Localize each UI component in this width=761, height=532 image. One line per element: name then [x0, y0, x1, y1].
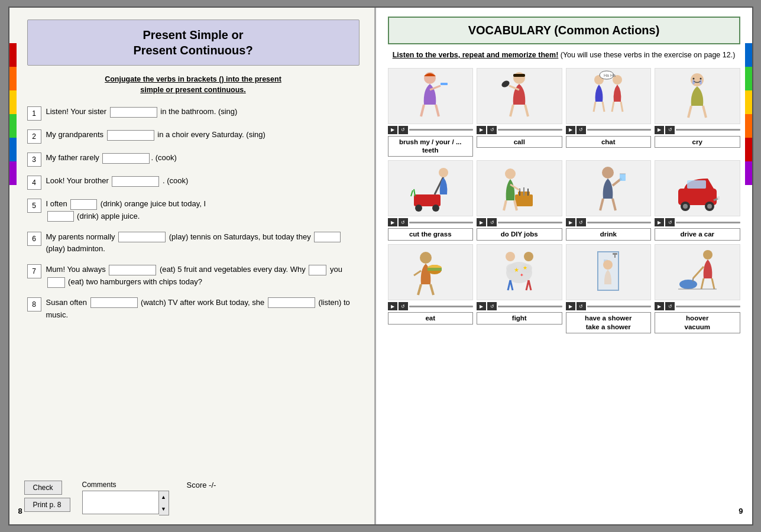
blank-7-1[interactable] — [109, 265, 156, 275]
check-button[interactable]: Check — [24, 481, 62, 495]
vocab-label-diy: do DIY jobs — [477, 228, 562, 241]
scroll-up-arrow[interactable]: ▲ — [159, 491, 169, 503]
color-tab-red-left[interactable] — [9, 43, 17, 67]
svg-point-30 — [439, 168, 448, 177]
color-tab-purple-left[interactable] — [9, 161, 17, 185]
play-btn-8[interactable]: ▶ — [655, 218, 664, 226]
replay-btn-10[interactable]: ↺ — [487, 302, 497, 310]
right-page: VOCABULARY (Common Actions) Listen to th… — [376, 8, 752, 524]
scroll-down-arrow[interactable]: ▼ — [159, 503, 169, 515]
color-tab-green-left[interactable] — [9, 114, 17, 138]
blank-4-1[interactable] — [112, 176, 159, 187]
svg-rect-10 — [513, 74, 525, 77]
color-tab-blue-left[interactable] — [9, 138, 17, 161]
svg-point-52 — [683, 204, 688, 209]
replay-btn-8[interactable]: ↺ — [665, 218, 675, 226]
replay-btn-5[interactable]: ↺ — [399, 218, 408, 226]
ex-text-8: Susan often (watch) TV after work But to… — [46, 297, 360, 322]
progress-11 — [587, 306, 652, 307]
blank-2-1[interactable] — [107, 130, 154, 141]
play-btn-1[interactable]: ▶ — [388, 126, 397, 134]
svg-point-9 — [500, 79, 510, 89]
play-btn-4[interactable]: ▶ — [655, 126, 664, 134]
right-page-title: VOCABULARY (Common Actions) — [395, 24, 733, 37]
play-btn-9[interactable]: ▶ — [388, 302, 397, 310]
vocab-label-drink: drink — [566, 228, 652, 241]
svg-rect-4 — [441, 83, 448, 85]
instruction-bold: Listen to the verbs, repeat and memorize… — [393, 51, 559, 59]
replay-btn-4[interactable]: ↺ — [665, 126, 675, 134]
svg-line-60 — [414, 271, 421, 275]
blank-6-1[interactable] — [118, 232, 166, 242]
vocab-image-fight: ★ ✦ ★ — [477, 244, 562, 300]
svg-line-6 — [510, 105, 513, 116]
svg-line-1 — [421, 105, 424, 116]
color-tab-yellow-left[interactable] — [9, 90, 17, 114]
blank-8-1[interactable] — [90, 297, 138, 308]
exercise-7: 7 Mum! You always (eat) 5 fruit and vege… — [27, 264, 360, 288]
svg-line-13 — [594, 102, 595, 112]
blank-5-2[interactable] — [47, 211, 74, 222]
play-btn-6[interactable]: ▶ — [477, 218, 486, 226]
svg-line-14 — [603, 102, 604, 112]
play-btn-10[interactable]: ▶ — [477, 302, 486, 310]
audio-controls-4: ▶ ↺ — [655, 126, 740, 134]
play-btn-12[interactable]: ▶ — [655, 302, 664, 310]
replay-btn-9[interactable]: ↺ — [399, 302, 408, 310]
vocab-image-chat: Ha Ha — [566, 68, 652, 124]
blank-1-1[interactable] — [110, 107, 157, 118]
page-number-left: 8 — [18, 507, 22, 515]
comments-box: ▲ ▼ — [82, 491, 169, 515]
blank-8-2[interactable] — [268, 297, 315, 308]
play-btn-7[interactable]: ▶ — [566, 218, 575, 226]
color-tab-orange-right[interactable] — [745, 114, 752, 138]
replay-btn-1[interactable]: ↺ — [399, 126, 408, 134]
blank-7-3[interactable] — [47, 277, 65, 288]
audio-controls-6: ▶ ↺ — [477, 218, 562, 226]
replay-btn-3[interactable]: ↺ — [577, 126, 586, 134]
exercise-6: 6 My parents normally (play) tennis on S… — [27, 231, 360, 256]
replay-btn-11[interactable]: ↺ — [577, 302, 586, 310]
color-tab-blue-right[interactable] — [745, 43, 752, 67]
color-tabs-left — [9, 43, 17, 185]
svg-point-86 — [679, 280, 697, 289]
replay-btn-6[interactable]: ↺ — [487, 218, 497, 226]
svg-point-19 — [691, 73, 704, 86]
color-tab-green-right[interactable] — [745, 67, 752, 90]
vocab-item-eat: ▶ ↺ eat — [388, 244, 474, 333]
vocab-label-cry: cry — [655, 136, 740, 148]
color-tab-yellow-right[interactable] — [745, 90, 752, 114]
blank-3-1[interactable] — [102, 153, 150, 164]
print-button[interactable]: Print p. 8 — [24, 498, 70, 512]
ex-text-5: I often (drink) orange juice but today, … — [46, 198, 360, 223]
scroll-arrows: ▲ ▼ — [159, 491, 169, 515]
ex-num-1: 1 — [27, 106, 41, 121]
ex-num-8: 8 — [27, 297, 41, 312]
blank-5-1[interactable] — [70, 199, 97, 210]
vocab-label-brush-teeth: brush my / your / ... teeth — [388, 136, 474, 157]
color-tab-orange-left[interactable] — [9, 67, 17, 90]
audio-controls-3: ▶ ↺ — [566, 126, 652, 134]
replay-btn-7[interactable]: ↺ — [577, 218, 586, 226]
comments-input[interactable] — [82, 491, 159, 514]
vocab-item-shower: ||| ▶ ↺ have a shower take a shower — [566, 244, 652, 333]
play-btn-3[interactable]: ▶ — [566, 126, 575, 134]
play-btn-2[interactable]: ▶ — [477, 126, 486, 134]
vocab-image-hoover — [655, 244, 740, 300]
ex-num-2: 2 — [27, 129, 41, 144]
color-tab-red-right[interactable] — [745, 138, 752, 161]
progress-7 — [587, 222, 652, 223]
progress-12 — [676, 306, 740, 307]
ex-num-5: 5 — [27, 199, 41, 213]
color-tab-purple-right[interactable] — [745, 161, 752, 185]
blank-6-2[interactable] — [314, 232, 341, 242]
replay-btn-12[interactable]: ↺ — [665, 302, 675, 310]
audio-controls-7: ▶ ↺ — [566, 218, 652, 226]
audio-controls-12: ▶ ↺ — [655, 302, 740, 310]
play-btn-11[interactable]: ▶ — [566, 302, 575, 310]
play-btn-5[interactable]: ▶ — [388, 218, 397, 226]
svg-line-43 — [600, 199, 603, 210]
replay-btn-2[interactable]: ↺ — [487, 126, 497, 134]
right-instruction: Listen to the verbs, repeat and memorize… — [388, 50, 740, 61]
blank-7-2[interactable] — [309, 265, 326, 275]
